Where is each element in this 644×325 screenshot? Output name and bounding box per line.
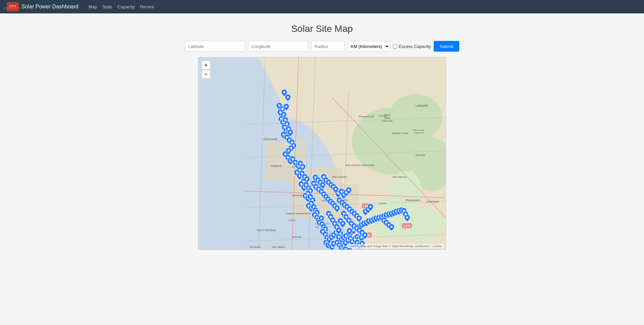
svg-text:Marsh Creek: Marsh Creek	[413, 129, 425, 131]
license-link: License.	[431, 245, 443, 248]
svg-text:Hayward: Hayward	[322, 199, 332, 202]
map-container[interactable]: + −	[198, 57, 446, 250]
svg-text:Lafayette: Lafayette	[416, 104, 428, 107]
brand: redis UNIVERSITY Solar Power Dashboard	[7, 2, 78, 11]
map-controls: + −	[202, 61, 210, 78]
svg-text:Oakland International Airport: Oakland International Airport	[285, 212, 319, 215]
svg-text:State Park: State Park	[382, 120, 393, 122]
svg-text:San Francisco Bay: San Francisco Bay	[324, 232, 343, 235]
svg-text:Richmond: Richmond	[264, 138, 277, 141]
svg-text:Walnut Creek: Walnut Creek	[392, 132, 408, 135]
svg-text:Millbrae: Millbrae	[292, 235, 301, 238]
zoom-out-button[interactable]: −	[202, 70, 210, 78]
map-attribution: Leaflet | Map and Image data © OpenStree…	[348, 244, 444, 248]
svg-text:CA 92: CA 92	[363, 234, 371, 237]
svg-text:San Mateo: San Mateo	[272, 246, 285, 249]
nav-recent[interactable]: Recent	[140, 4, 154, 9]
svg-text:San Ramon: San Ramon	[392, 175, 406, 178]
svg-text:Union City: Union City	[345, 235, 358, 238]
nav-capacity[interactable]: Capacity	[118, 4, 135, 9]
svg-text:Diablo: Diablo	[384, 117, 390, 119]
zoom-in-button[interactable]: +	[202, 61, 210, 69]
svg-text:Dublin: Dublin	[379, 202, 386, 205]
svg-text:Livermore: Livermore	[426, 200, 439, 203]
excess-capacity-checkbox[interactable]	[393, 44, 397, 49]
svg-text:Oakland: Oakland	[270, 164, 281, 168]
svg-text:Bay: Bay	[315, 226, 320, 228]
svg-text:Brisbane: Brisbane	[250, 246, 261, 249]
osm-link: OpenStreetMap	[392, 245, 413, 248]
map-svg: Richmond Oakland San Francisco Brisbane …	[198, 57, 446, 250]
unit-select[interactable]: KM (Kilometers) Miles	[347, 41, 390, 52]
redis-logo: redis UNIVERSITY	[7, 2, 19, 11]
navbar: redis UNIVERSITY Solar Power Dashboard M…	[0, 0, 644, 13]
svg-text:State Park: State Park	[414, 132, 424, 134]
svg-text:San Francisco: San Francisco	[257, 228, 276, 232]
page-title: Solar Site Map	[291, 23, 353, 34]
app-title: Solar Power Dashboard	[21, 4, 78, 10]
svg-text:Emeryville: Emeryville	[292, 165, 304, 168]
svg-text:San Leandro: San Leandro	[332, 175, 347, 178]
logo-bottom-text: UNIVERSITY	[3, 7, 22, 9]
logo-top-text: redis	[9, 5, 16, 7]
leaflet-link: Leaflet	[349, 245, 358, 248]
svg-text:Pleasanton: Pleasanton	[406, 199, 421, 202]
latitude-input[interactable]	[185, 41, 245, 52]
svg-text:CA 94: CA 94	[403, 224, 411, 227]
svg-text:I-580: I-580	[363, 205, 370, 208]
svg-text:Danville: Danville	[416, 154, 425, 157]
nav-stats[interactable]: Stats	[102, 4, 112, 9]
svg-text:Airport: Airport	[288, 219, 296, 222]
svg-text:Pleasant Hill: Pleasant Hill	[359, 115, 374, 118]
longitude-input[interactable]	[248, 41, 308, 52]
svg-text:Castro: Castro	[339, 199, 347, 202]
nav-map[interactable]: Map	[89, 4, 97, 9]
excess-capacity-label[interactable]: Excess Capacity	[393, 44, 431, 49]
radius-input[interactable]	[311, 41, 344, 52]
svg-text:Mount: Mount	[384, 114, 390, 116]
svg-text:Alameda: Alameda	[292, 194, 303, 197]
svg-text:San Francisco: San Francisco	[315, 222, 330, 225]
excess-capacity-text: Excess Capacity	[399, 44, 431, 49]
svg-point-8	[392, 208, 445, 241]
nav-links: Map Stats Capacity Recent	[89, 4, 154, 9]
svg-text:San Leandro Watershed: San Leandro Watershed	[345, 164, 374, 167]
submit-button[interactable]: Submit	[434, 41, 459, 52]
search-bar: KM (Kilometers) Miles Excess Capacity Su…	[185, 41, 460, 52]
main-content: Solar Site Map KM (Kilometers) Miles Exc…	[0, 13, 644, 257]
